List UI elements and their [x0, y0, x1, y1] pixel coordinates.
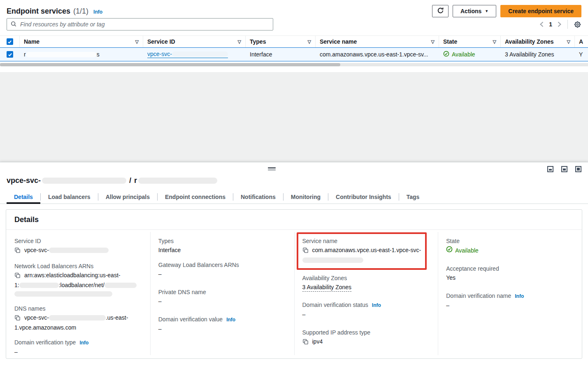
details-card: Details Service ID vpce-svc- Network Loa…: [6, 209, 582, 359]
field-state: State Available: [446, 237, 574, 255]
info-link[interactable]: Info: [93, 9, 102, 15]
details-column-3: Service name com.amazonaws.vpce.us-east-…: [294, 230, 438, 359]
tab-notifications[interactable]: Notifications: [233, 190, 283, 204]
table-row[interactable]: rs vpce-svc- Interface com.amazonaws.vpc…: [0, 47, 588, 61]
refresh-icon: [437, 7, 444, 15]
actions-button-label: Actions: [460, 8, 481, 14]
filter-caret-icon[interactable]: ▽: [490, 39, 496, 44]
availability-zones-popover-trigger[interactable]: 3 Availability Zones: [302, 284, 352, 292]
column-header-service-name[interactable]: Service name▽: [316, 36, 439, 47]
copy-icon[interactable]: [14, 273, 21, 280]
row-name-cell: rs: [20, 51, 143, 58]
filter-caret-icon[interactable]: ▽: [235, 39, 241, 44]
info-link[interactable]: Info: [226, 317, 235, 323]
filter-caret-icon[interactable]: ▽: [429, 39, 435, 44]
endpoint-services-list-section: Endpoint services (1/1) Info Actions ▼ C…: [0, 0, 588, 72]
tab-tags[interactable]: Tags: [399, 190, 427, 204]
tab-load-balancers[interactable]: Load balancers: [41, 190, 98, 204]
settings-gear-icon[interactable]: [574, 21, 581, 28]
details-card-title: Details: [6, 210, 582, 230]
field-dns-names: DNS names vpce-svc-.us-east- 1.vpce.amaz…: [14, 304, 142, 332]
tab-details[interactable]: Details: [7, 190, 40, 204]
column-header-service-id[interactable]: Service ID▽: [143, 36, 246, 47]
status-badge: Available: [443, 51, 475, 58]
column-header-availability-zones[interactable]: Availability Zones▽: [501, 36, 575, 47]
field-types: Types Interface: [158, 237, 286, 255]
field-private-dns-name: Private DNS name –: [158, 288, 286, 306]
tab-monitoring[interactable]: Monitoring: [284, 190, 328, 204]
pagination: 1: [539, 20, 581, 29]
list-header: Endpoint services (1/1) Info Actions ▼ C…: [0, 0, 588, 17]
create-button-label: Create endpoint service: [508, 8, 574, 14]
details-column-1: Service ID vpce-svc- Network Load Balanc…: [6, 230, 150, 359]
refresh-button[interactable]: [432, 5, 449, 17]
availability-zones-popover-trigger[interactable]: 3 Availability Zones: [505, 51, 554, 58]
row-select-cell: [0, 51, 20, 58]
check-circle-icon: [443, 51, 449, 58]
previous-page-icon[interactable]: [539, 21, 544, 27]
horizontal-scrollbar[interactable]: [0, 63, 588, 66]
info-link[interactable]: Info: [79, 340, 88, 346]
field-service-id: Service ID vpce-svc-: [14, 237, 142, 256]
panel-size-small-icon[interactable]: [547, 166, 553, 172]
redacted-text: [49, 248, 109, 253]
redacted-text: [26, 52, 97, 57]
copy-icon[interactable]: [302, 248, 309, 255]
column-header-clipped[interactable]: A: [575, 36, 588, 47]
split-panel: vpce-svc- / r Details Load balancers All…: [0, 162, 588, 365]
panel-tabs: Details Load balancers Allow principals …: [0, 190, 588, 204]
filter-caret-icon[interactable]: ▽: [305, 39, 311, 44]
field-domain-verification-value: Domain verification valueInfo –: [158, 315, 286, 333]
field-supported-ip-address-type: Supported IP address type ipv4: [302, 328, 430, 347]
resource-count: (1/1): [73, 7, 88, 16]
select-all-checkbox[interactable]: [7, 38, 13, 45]
copy-icon[interactable]: [14, 316, 21, 322]
copy-icon[interactable]: [14, 248, 21, 255]
column-header-state[interactable]: State▽: [439, 36, 501, 47]
page-title: Endpoint services: [7, 7, 70, 16]
row-acceptance-cell: Y: [575, 51, 588, 58]
table-header-row: Name▽ Service ID▽ Types▽ Service name▽ S…: [0, 36, 588, 47]
panel-size-controls: [547, 166, 581, 172]
column-header-types[interactable]: Types▽: [246, 36, 316, 47]
panel-size-medium-icon[interactable]: [561, 166, 567, 172]
column-header-name[interactable]: Name▽: [20, 36, 143, 47]
redacted-text: [19, 283, 59, 288]
next-page-icon[interactable]: [557, 21, 562, 27]
search-box[interactable]: [7, 18, 273, 30]
current-page-number[interactable]: 1: [549, 21, 552, 28]
field-domain-verification-type: Domain verification typeInfo –: [14, 338, 142, 356]
row-state-cell: Available: [439, 51, 501, 58]
check-circle-icon: [446, 246, 453, 255]
redacted-text: [49, 315, 106, 321]
info-link[interactable]: Info: [372, 302, 381, 308]
filter-caret-icon[interactable]: ▽: [133, 39, 139, 44]
tab-allow-principals[interactable]: Allow principals: [98, 190, 157, 204]
row-checkbox[interactable]: [7, 51, 13, 58]
search-input[interactable]: [19, 21, 269, 28]
actions-button[interactable]: Actions ▼: [453, 5, 496, 17]
service-id-link[interactable]: vpce-svc-: [147, 51, 228, 58]
panel-size-large-icon[interactable]: [575, 166, 581, 172]
row-availability-zones-cell: 3 Availability Zones: [501, 51, 575, 58]
info-link[interactable]: Info: [515, 293, 524, 299]
endpoint-services-table: Name▽ Service ID▽ Types▽ Service name▽ S…: [0, 35, 588, 66]
redacted-text: [138, 178, 217, 184]
field-domain-verification-name: Domain verification nameInfo –: [446, 292, 574, 310]
details-column-4: State Available Acceptance required Yes: [438, 230, 582, 359]
copy-icon[interactable]: [302, 339, 309, 346]
field-acceptance-required: Acceptance required Yes: [446, 264, 574, 282]
redacted-text: [42, 178, 126, 184]
panel-title: vpce-svc- / r: [0, 162, 588, 185]
filter-caret-icon[interactable]: ▽: [565, 39, 570, 44]
tab-contributor-insights[interactable]: Contributor Insights: [328, 190, 399, 204]
field-availability-zones: Availability Zones 3 Availability Zones: [302, 274, 430, 292]
panel-drag-handle-icon[interactable]: [268, 167, 276, 171]
scrollbar-thumb[interactable]: [0, 63, 340, 66]
field-service-name: Service name com.amazonaws.vpce.us-east-…: [302, 237, 421, 264]
tab-endpoint-connections[interactable]: Endpoint connections: [158, 190, 233, 204]
service-name-highlight-box: Service name com.amazonaws.vpce.us-east-…: [297, 232, 427, 270]
redacted-text: [14, 291, 112, 297]
create-endpoint-service-button[interactable]: Create endpoint service: [500, 5, 581, 17]
select-all-cell: [0, 36, 20, 47]
